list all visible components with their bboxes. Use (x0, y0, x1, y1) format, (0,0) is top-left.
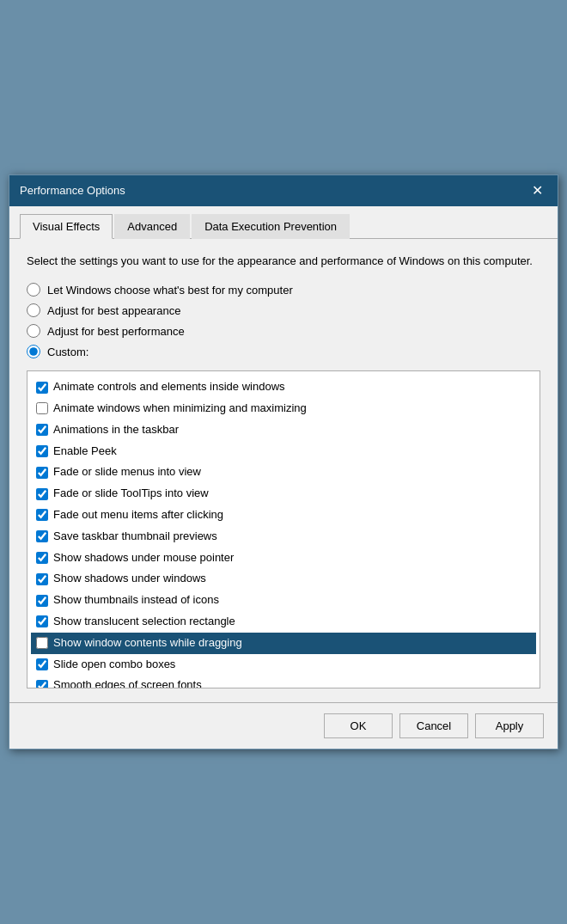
window-title: Performance Options (20, 184, 125, 197)
checkbox-shadows-mouse[interactable] (36, 552, 48, 564)
checkbox-item-animations-taskbar[interactable]: Animations in the taskbar (31, 419, 536, 441)
radio-item-custom[interactable]: Custom: (27, 345, 540, 358)
checkbox-item-fade-menu-items[interactable]: Fade out menu items after clicking (31, 505, 536, 526)
checkbox-item-window-contents-dragging[interactable]: Show window contents while dragging (31, 633, 536, 654)
tab-visual-effects[interactable]: Visual Effects (20, 214, 113, 239)
checkbox-fade-menu-items[interactable] (36, 509, 48, 521)
checkbox-label-fade-menu-items: Fade out menu items after clicking (53, 506, 223, 524)
cancel-button[interactable]: Cancel (399, 713, 468, 738)
radio-item-best-appearance[interactable]: Adjust for best appearance (27, 303, 540, 317)
checkbox-window-contents-dragging[interactable] (36, 637, 48, 649)
radio-label-best-performance: Adjust for best performance (47, 325, 185, 338)
checkbox-item-shadows-windows[interactable]: Show shadows under windows (31, 568, 536, 590)
checkbox-label-shadows-windows: Show shadows under windows (53, 570, 206, 588)
checkbox-item-animate-windows[interactable]: Animate windows when minimizing and maxi… (31, 398, 536, 419)
checkbox-item-smooth-edges[interactable]: Smooth edges of screen fonts (31, 675, 536, 688)
checkbox-label-slide-combo: Slide open combo boxes (53, 656, 175, 674)
checkbox-label-animations-taskbar: Animations in the taskbar (53, 421, 179, 439)
checkbox-label-thumbnails-icons: Show thumbnails instead of icons (53, 591, 219, 609)
checkbox-enable-peek[interactable] (36, 445, 48, 457)
checkbox-item-enable-peek[interactable]: Enable Peek (31, 441, 536, 462)
checkbox-item-shadows-mouse[interactable]: Show shadows under mouse pointer (31, 548, 536, 569)
checkbox-animations-taskbar[interactable] (36, 424, 48, 436)
checkbox-item-save-taskbar-thumbnails[interactable]: Save taskbar thumbnail previews (31, 526, 536, 548)
checkbox-item-animate-controls[interactable]: Animate controls and elements inside win… (31, 376, 536, 398)
tab-dep[interactable]: Data Execution Prevention (192, 214, 350, 239)
title-bar: Performance Options ✕ (9, 175, 558, 206)
radio-label-best-appearance: Adjust for best appearance (47, 304, 180, 317)
checkbox-item-fade-menus[interactable]: Fade or slide menus into view (31, 462, 536, 483)
checkbox-label-animate-windows: Animate windows when minimizing and maxi… (53, 400, 307, 418)
checkbox-label-fade-menus: Fade or slide menus into view (53, 463, 201, 481)
radio-item-windows-choose[interactable]: Let Windows choose what's best for my co… (27, 283, 540, 297)
checkbox-thumbnails-icons[interactable] (36, 595, 48, 607)
close-button[interactable]: ✕ (527, 181, 547, 201)
checkbox-smooth-edges[interactable] (36, 680, 48, 688)
checkbox-item-thumbnails-icons[interactable]: Show thumbnails instead of icons (31, 590, 536, 611)
checkbox-label-fade-tooltips: Fade or slide ToolTips into view (53, 485, 209, 503)
radio-best-performance[interactable] (27, 324, 40, 338)
radio-label-custom: Custom: (47, 346, 88, 358)
radio-custom[interactable] (27, 345, 40, 358)
checkbox-slide-combo[interactable] (36, 658, 48, 670)
radio-group: Let Windows choose what's best for my co… (27, 283, 540, 358)
checkbox-shadows-windows[interactable] (36, 573, 48, 585)
footer: OK Cancel Apply (9, 702, 558, 749)
tab-advanced[interactable]: Advanced (114, 214, 190, 239)
checkbox-item-fade-tooltips[interactable]: Fade or slide ToolTips into view (31, 483, 536, 505)
checkbox-label-animate-controls: Animate controls and elements inside win… (53, 378, 285, 396)
description-text: Select the settings you want to use for … (27, 253, 540, 270)
checkbox-fade-menus[interactable] (36, 467, 48, 479)
radio-windows-choose[interactable] (27, 283, 40, 297)
radio-label-windows-choose: Let Windows choose what's best for my co… (47, 284, 293, 297)
radio-item-best-performance[interactable]: Adjust for best performance (27, 324, 540, 338)
checkbox-animate-windows[interactable] (36, 402, 48, 414)
checkbox-list: Animate controls and elements inside win… (27, 370, 540, 688)
checkbox-label-enable-peek: Enable Peek (53, 443, 117, 461)
checkbox-label-translucent-selection: Show translucent selection rectangle (53, 613, 235, 631)
apply-button[interactable]: Apply (475, 713, 544, 738)
checkbox-animate-controls[interactable] (36, 382, 48, 394)
tab-content: Select the settings you want to use for … (9, 239, 558, 703)
checkbox-label-save-taskbar-thumbnails: Save taskbar thumbnail previews (53, 528, 217, 546)
checkbox-label-window-contents-dragging: Show window contents while dragging (53, 634, 242, 652)
checkbox-item-translucent-selection[interactable]: Show translucent selection rectangle (31, 611, 536, 633)
checkbox-translucent-selection[interactable] (36, 615, 48, 627)
checkbox-fade-tooltips[interactable] (36, 488, 48, 500)
tab-bar: Visual Effects Advanced Data Execution P… (9, 206, 558, 239)
checkbox-label-shadows-mouse: Show shadows under mouse pointer (53, 549, 234, 567)
checkbox-save-taskbar-thumbnails[interactable] (36, 530, 48, 542)
performance-options-window: Performance Options ✕ Visual Effects Adv… (9, 174, 558, 750)
radio-best-appearance[interactable] (27, 303, 40, 317)
checkbox-label-smooth-edges: Smooth edges of screen fonts (53, 676, 202, 688)
ok-button[interactable]: OK (324, 713, 393, 738)
checkbox-item-slide-combo[interactable]: Slide open combo boxes (31, 654, 536, 676)
